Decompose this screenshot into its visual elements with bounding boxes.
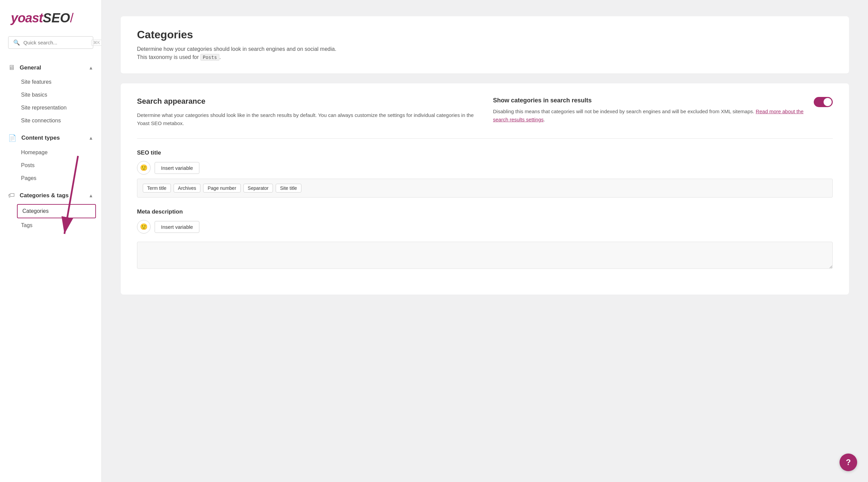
tag-archives[interactable]: Archives (174, 184, 201, 193)
logo-seo: SEO (43, 11, 70, 25)
seo-title-insert-variable-button[interactable]: Insert variable (155, 162, 199, 174)
categories-tags-title: Categories & tags (20, 192, 69, 199)
search-icon: 🔍 (13, 39, 20, 46)
section-divider (137, 138, 833, 139)
seo-title-tags-row: Term title Archives Page number Separato… (137, 179, 833, 198)
search-shortcut: ⌘K (91, 40, 102, 46)
content-types-chevron: ▲ (88, 135, 93, 141)
toggle-switch[interactable]: ✓ (814, 97, 833, 107)
sidebar-item-pages[interactable]: Pages (0, 172, 101, 185)
taxonomy-type-badge: Posts (200, 54, 219, 61)
sidebar-item-site-basics[interactable]: Site basics (0, 88, 101, 101)
categories-tags-chevron: ▲ (88, 193, 93, 198)
toggle-description: Disabling this means that categories wil… (493, 107, 806, 124)
general-chevron: ▲ (88, 65, 93, 71)
tag-page-number[interactable]: Page number (203, 184, 240, 193)
sidebar-item-posts[interactable]: Posts (0, 159, 101, 172)
nav-section-content-types-header[interactable]: 📄 Content types ▲ (0, 130, 101, 146)
toggle-checkmark: ✓ (827, 99, 830, 104)
page-subtitle: Determine how your categories should loo… (137, 45, 833, 61)
meta-description-label: Meta description (137, 208, 833, 215)
logo-slash: / (70, 11, 74, 25)
sidebar-item-homepage[interactable]: Homepage (0, 146, 101, 159)
sidebar-item-tags[interactable]: Tags (0, 219, 101, 232)
page-title: Categories (137, 28, 833, 41)
sidebar-item-site-representation[interactable]: Site representation (0, 101, 101, 114)
nav-section-categories-tags-header[interactable]: 🏷 Categories & tags ▲ (0, 187, 101, 203)
meta-description-variable-row: 🙂 Insert variable (137, 220, 833, 234)
tag-site-title[interactable]: Site title (276, 184, 301, 193)
search-box[interactable]: 🔍 ⌘K (8, 36, 93, 49)
sidebar: yoast SEO / 🔍 ⌘K 🖥 General ▲ Site featur… (0, 0, 102, 482)
sidebar-item-site-connections[interactable]: Site connections (0, 114, 101, 127)
meta-description-insert-variable-button[interactable]: Insert variable (155, 221, 199, 233)
meta-description-textarea[interactable] (137, 242, 833, 269)
nav-section-general: 🖥 General ▲ Site features Site basics Si… (0, 60, 101, 127)
toggle-row: Show categories in search results Disabl… (493, 97, 833, 127)
sidebar-item-site-features[interactable]: Site features (0, 76, 101, 88)
search-appearance-description: Search appearance Determine what your ca… (137, 97, 477, 127)
logo: yoast SEO / (0, 11, 101, 36)
sidebar-item-categories[interactable]: Categories (17, 204, 96, 218)
toggle-label: Show categories in search results (493, 97, 806, 104)
seo-title-variable-row: 🙂 Insert variable (137, 161, 833, 175)
page-header: Categories Determine how your categories… (121, 16, 849, 74)
search-appearance-desc-text: Determine what your categories should lo… (137, 111, 477, 127)
seo-title-section: SEO title 🙂 Insert variable Term title A… (137, 149, 833, 198)
tag-separator[interactable]: Separator (243, 184, 273, 193)
help-button[interactable]: ? (840, 454, 857, 471)
tag-term-title[interactable]: Term title (143, 184, 171, 193)
nav-section-general-header[interactable]: 🖥 General ▲ (0, 60, 101, 76)
seo-title-emoji-button[interactable]: 🙂 (137, 161, 151, 175)
search-appearance-heading: Search appearance (137, 97, 477, 106)
general-icon: 🖥 (8, 64, 15, 72)
seo-title-label: SEO title (137, 149, 833, 156)
logo-yoast: yoast (11, 11, 43, 25)
search-appearance-section: Search appearance Determine what your ca… (137, 97, 833, 127)
nav-section-categories-tags: 🏷 Categories & tags ▲ Categories Tags (0, 187, 101, 232)
content-types-title: Content types (21, 135, 60, 141)
search-input[interactable] (23, 40, 88, 45)
toggle-content: Show categories in search results Disabl… (493, 97, 806, 124)
main-content: Categories Determine how your categories… (102, 0, 868, 482)
meta-description-section: Meta description 🙂 Insert variable (137, 208, 833, 270)
search-appearance-card: Search appearance Determine what your ca… (121, 83, 849, 295)
nav-section-content-types: 📄 Content types ▲ Homepage Posts Pages (0, 130, 101, 185)
content-types-icon: 📄 (8, 134, 17, 142)
categories-tags-icon: 🏷 (8, 192, 15, 199)
general-title: General (20, 64, 41, 71)
meta-description-emoji-button[interactable]: 🙂 (137, 220, 151, 234)
